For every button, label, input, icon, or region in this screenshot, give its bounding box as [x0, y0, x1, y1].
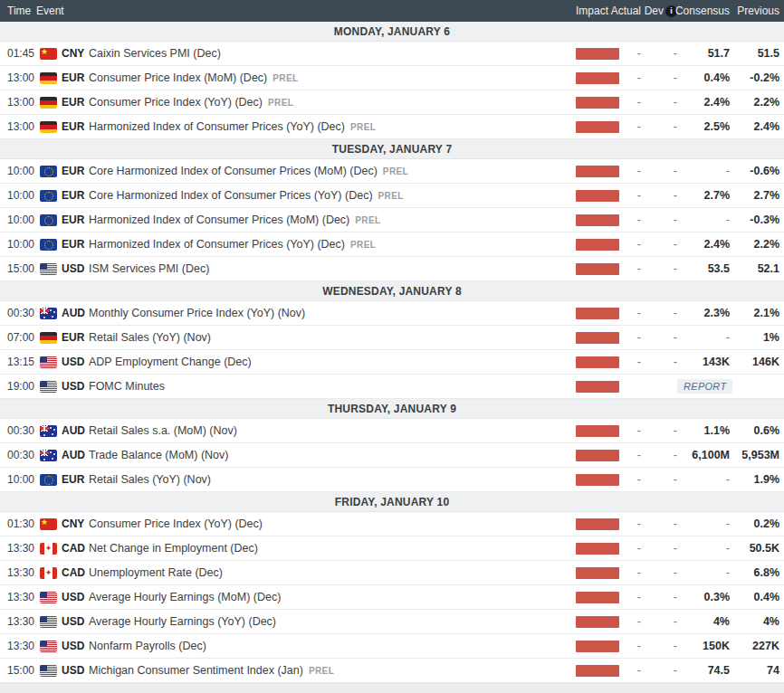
previous-value: 1%: [730, 331, 779, 344]
event-row[interactable]: 13:00 EUR Consumer Price Index (YoY) (De…: [0, 90, 784, 115]
flag-ca-icon: [40, 567, 57, 579]
next-day-separator-edge: [0, 683, 784, 693]
dev-value: -: [641, 424, 677, 437]
event-row[interactable]: 10:00 EUR Retail Sales (YoY) (Nov) - - -…: [0, 468, 784, 492]
event-row[interactable]: 19:00 USD FOMC Minutes REPORT: [0, 375, 784, 399]
flag-us-icon: [40, 665, 57, 677]
consensus-value: 6,100M: [677, 449, 730, 461]
flag-au-icon: [40, 450, 57, 461]
time-cell: 13:15: [0, 356, 40, 368]
consensus-value: 51.7: [677, 47, 730, 60]
dev-value: -: [641, 591, 677, 603]
previous-value: 52.1: [730, 262, 779, 275]
event-row[interactable]: 13:15 USD ADP Employment Change (Dec) - …: [0, 350, 784, 375]
flag-us-icon: [40, 381, 57, 393]
event-row[interactable]: 10:00 EUR Harmonized Index of Consumer P…: [0, 208, 784, 233]
currency-code: USD: [62, 640, 89, 652]
previous-value: 6.8%: [730, 566, 779, 579]
consensus-value: -: [677, 517, 730, 530]
previous-value: 74: [730, 664, 779, 677]
time-cell: 13:30: [0, 542, 40, 555]
event-row[interactable]: 13:30 CAD Unemployment Rate (Dec) - - - …: [0, 561, 784, 585]
time-cell: 01:45: [0, 47, 40, 60]
event-row[interactable]: 10:00 EUR Core Harmonized Index of Consu…: [0, 159, 784, 184]
flag-eu-icon: [40, 166, 57, 177]
column-header-time: Time: [0, 5, 36, 17]
dev-value: -: [641, 664, 677, 677]
dev-value: -: [641, 120, 677, 133]
day-label: WEDNESDAY, JANUARY 8: [322, 285, 462, 298]
previous-value: 0.4%: [730, 591, 779, 603]
time-cell: 13:00: [0, 96, 40, 109]
column-header-consensus: Consensus: [677, 5, 730, 17]
dev-value: -: [641, 356, 677, 368]
impact-high-bar: [576, 450, 619, 461]
report-link[interactable]: REPORT: [677, 379, 732, 394]
previous-value: 2.7%: [730, 189, 779, 202]
consensus-value: -: [677, 566, 730, 579]
event-row[interactable]: 13:30 USD Average Hourly Earnings (YoY) …: [0, 610, 784, 634]
day-separator-row: THURSDAY, JANUARY 9: [0, 399, 784, 419]
event-row[interactable]: 15:00 USD ISM Services PMI (Dec) - - 53.…: [0, 257, 784, 281]
event-row[interactable]: 13:00 EUR Consumer Price Index (MoM) (De…: [0, 66, 784, 90]
consensus-value: REPORT: [677, 379, 730, 394]
prel-badge: PREL: [355, 215, 380, 225]
impact-high-bar: [576, 543, 619, 555]
time-cell: 00:30: [0, 307, 40, 319]
currency-code: EUR: [62, 473, 89, 486]
flag-us-icon: [40, 616, 57, 628]
time-cell: 15:00: [0, 664, 40, 677]
actual-value: -: [619, 165, 641, 177]
actual-value: -: [619, 120, 641, 133]
event-row[interactable]: 13:30 USD Nonfarm Payrolls (Dec) - - 150…: [0, 634, 784, 659]
event-row[interactable]: 13:30 CAD Net Change in Employment (Dec)…: [0, 536, 784, 561]
flag-us-icon: [40, 356, 57, 368]
impact-high-bar: [576, 48, 619, 60]
event-row[interactable]: 01:30 CNY Consumer Price Index (YoY) (De…: [0, 512, 784, 536]
dev-value: -: [641, 449, 677, 461]
event-row[interactable]: 15:00 USD Michigan Consumer Sentiment In…: [0, 659, 784, 683]
time-cell: 07:00: [0, 331, 40, 344]
event-row[interactable]: 10:00 EUR Core Harmonized Index of Consu…: [0, 184, 784, 208]
event-row[interactable]: 13:00 EUR Harmonized Index of Consumer P…: [0, 115, 784, 139]
currency-code: CAD: [62, 542, 89, 555]
economic-calendar: Time Event Impact Actual Dev i Consensus…: [0, 0, 784, 693]
event-name: Unemployment Rate (Dec): [89, 566, 223, 579]
calendar-body: MONDAY, JANUARY 6 01:45 CNY Caixin Servi…: [0, 22, 784, 683]
consensus-value: 2.7%: [677, 189, 730, 202]
event-row[interactable]: 00:30 AUD Monthly Consumer Price Index (…: [0, 301, 784, 326]
time-cell: 10:00: [0, 214, 40, 226]
day-label: MONDAY, JANUARY 6: [334, 25, 450, 38]
currency-code: EUR: [62, 165, 89, 177]
time-cell: 10:00: [0, 238, 40, 251]
day-separator-row: FRIDAY, JANUARY 10: [0, 492, 784, 512]
impact-high-bar: [576, 214, 619, 226]
previous-value: 5,953M: [730, 449, 779, 461]
event-row[interactable]: 10:00 EUR Harmonized Index of Consumer P…: [0, 233, 784, 257]
day-label: FRIDAY, JANUARY 10: [335, 496, 450, 508]
prel-badge: PREL: [350, 240, 376, 250]
flag-de-icon: [40, 97, 57, 109]
event-row[interactable]: 07:00 EUR Retail Sales (YoY) (Nov) - - -…: [0, 326, 784, 350]
impact-high-bar: [576, 121, 619, 133]
event-row[interactable]: 01:45 CNY Caixin Services PMI (Dec) - - …: [0, 42, 784, 66]
event-name: FOMC Minutes: [89, 380, 165, 393]
event-name: Retail Sales s.a. (MoM) (Nov): [89, 424, 237, 437]
impact-high-bar: [576, 425, 619, 437]
time-cell: 01:30: [0, 517, 40, 530]
currency-code: EUR: [62, 238, 89, 251]
currency-code: USD: [62, 380, 89, 393]
prel-badge: PREL: [378, 191, 404, 201]
previous-value: -0.2%: [730, 71, 779, 84]
event-row[interactable]: 13:30 USD Average Hourly Earnings (MoM) …: [0, 585, 784, 610]
previous-value: 0.2%: [730, 517, 779, 530]
dev-value: -: [641, 542, 677, 555]
consensus-value: 74.5: [677, 664, 730, 677]
flag-au-icon: [40, 425, 57, 437]
flag-cn-icon: [40, 518, 57, 530]
event-name: Average Hourly Earnings (MoM) (Dec): [89, 591, 281, 603]
event-row[interactable]: 00:30 AUD Retail Sales s.a. (MoM) (Nov) …: [0, 419, 784, 443]
column-header-dev: Dev i: [641, 5, 677, 17]
actual-value: -: [619, 47, 641, 60]
event-row[interactable]: 00:30 AUD Trade Balance (MoM) (Nov) - - …: [0, 443, 784, 468]
